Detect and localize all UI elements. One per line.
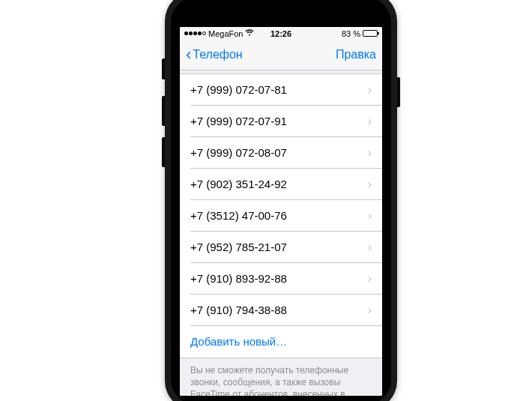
phone-number: +7 (999) 072-08-07 [190,146,287,159]
add-new-row[interactable]: Добавить новый… [180,326,382,358]
chevron-right-icon: › [368,241,372,254]
phone-frame: MegaFon 12:26 83 % ‹ Телефон Правка [165,0,397,401]
phone-number: +7 (3512) 47-00-76 [190,209,287,222]
status-bar: MegaFon 12:26 83 % [180,27,382,40]
phone-number: +7 (999) 072-07-81 [190,83,287,96]
phone-number: +7 (902) 351-24-92 [190,178,287,190]
wifi-icon [245,29,254,37]
status-left: MegaFon [184,29,254,38]
volume-up-button [162,96,165,126]
blocked-list: +7 (999) 072-07-81 › +7 (999) 072-07-91 … [180,73,382,358]
chevron-right-icon: › [368,146,372,160]
back-button[interactable]: ‹ Телефон [186,46,243,63]
blocked-number-row[interactable]: +7 (999) 072-07-91 › [180,106,382,137]
screen: MegaFon 12:26 83 % ‹ Телефон Правка [180,27,382,396]
signal-strength-icon [184,31,206,35]
phone-number: +7 (910) 794-38-88 [190,304,287,316]
volume-down-button [162,137,165,167]
chevron-left-icon: ‹ [186,46,191,63]
blocked-number-row[interactable]: +7 (902) 351-24-92 › [180,169,382,200]
blocked-number-row[interactable]: +7 (952) 785-21-07 › [180,232,382,263]
power-button [397,77,400,107]
blocked-number-row[interactable]: +7 (910) 893-92-88 › [180,263,382,295]
chevron-right-icon: › [368,178,372,191]
back-label: Телефон [193,48,242,61]
chevron-right-icon: › [368,272,372,286]
content-scroll[interactable]: +7 (999) 072-07-81 › +7 (999) 072-07-91 … [180,70,382,396]
mute-switch [162,58,165,79]
blocked-number-row[interactable]: +7 (910) 794-38-88 › [180,295,382,326]
add-new-label: Добавить новый… [190,335,287,348]
phone-number: +7 (952) 785-21-07 [190,241,287,253]
chevron-right-icon: › [368,83,372,97]
phone-number: +7 (999) 072-07-91 [190,115,287,127]
blocked-number-row[interactable]: +7 (999) 072-07-81 › [180,74,382,106]
chevron-right-icon: › [368,115,372,128]
footer-note: Вы не сможете получать телефонные звонки… [180,358,382,396]
phone-bezel: MegaFon 12:26 83 % ‹ Телефон Правка [171,0,391,401]
chevron-right-icon: › [368,209,372,223]
edit-button[interactable]: Правка [336,48,376,61]
battery-icon [363,30,378,37]
chevron-right-icon: › [368,304,372,317]
phone-number: +7 (910) 893-92-88 [190,272,287,285]
blocked-number-row[interactable]: +7 (999) 072-08-07 › [180,137,382,169]
status-right: 83 % [342,29,378,38]
battery-percent: 83 % [342,29,360,38]
status-time: 12:26 [270,29,291,38]
carrier-label: MegaFon [208,29,243,38]
blocked-number-row[interactable]: +7 (3512) 47-00-76 › [180,200,382,232]
nav-bar: ‹ Телефон Правка [180,40,382,70]
